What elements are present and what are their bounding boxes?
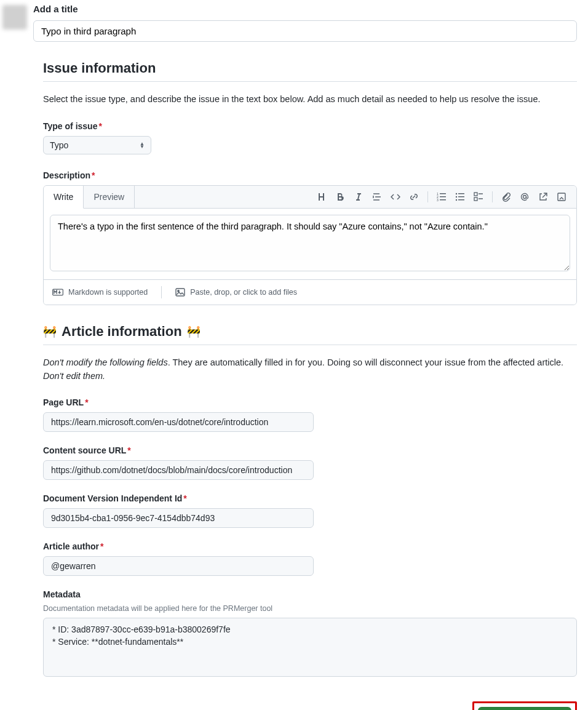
italic-icon[interactable]	[350, 188, 367, 205]
article-info-heading: 🚧 Article information 🚧	[43, 324, 577, 340]
svg-rect-11	[458, 193, 464, 194]
svg-rect-13	[458, 196, 464, 197]
markdown-icon	[52, 289, 63, 296]
metadata-textarea[interactable]: * ID: 3ad87897-30cc-e639-b91a-b3800269f7…	[43, 618, 577, 677]
metadata-hint: Documentation metadata will be applied h…	[43, 604, 577, 613]
metadata-line: * ID: 3ad87897-30cc-e639-b91a-b3800269f7…	[52, 624, 568, 634]
unordered-list-icon[interactable]	[451, 188, 469, 205]
image-icon	[175, 288, 185, 297]
svg-point-24	[178, 290, 179, 292]
description-editor: Write Preview 123	[43, 185, 577, 305]
type-of-issue-select[interactable]: Typo ▲▼	[43, 136, 151, 154]
svg-rect-21	[558, 193, 565, 201]
doc-id-label: Document Version Independent Id*	[43, 493, 577, 503]
submit-button[interactable]: Submit new issue	[478, 707, 571, 710]
tab-write[interactable]: Write	[44, 186, 84, 209]
description-textarea[interactable]	[50, 215, 570, 271]
svg-rect-15	[458, 199, 464, 201]
mention-icon[interactable]	[516, 188, 533, 205]
author-input[interactable]	[43, 556, 314, 576]
heading-icon[interactable]	[313, 188, 330, 205]
construction-icon: 🚧	[43, 325, 57, 338]
construction-icon: 🚧	[187, 325, 201, 338]
chevron-updown-icon: ▲▼	[140, 142, 145, 148]
svg-rect-16	[474, 193, 477, 196]
quote-icon[interactable]	[368, 188, 386, 205]
title-label: Add a title	[33, 4, 577, 14]
svg-point-20	[523, 195, 526, 198]
tab-preview[interactable]: Preview	[84, 186, 135, 208]
content-source-url-label: Content source URL*	[43, 445, 577, 455]
link-icon[interactable]	[405, 188, 423, 205]
svg-rect-5	[440, 193, 446, 194]
svg-text:3: 3	[437, 198, 439, 202]
svg-point-10	[456, 193, 457, 194]
issue-info-description: Select the issue type, and describe the …	[43, 93, 577, 106]
code-icon[interactable]	[387, 188, 404, 205]
page-url-input[interactable]	[43, 412, 314, 432]
saved-replies-icon[interactable]	[553, 188, 570, 205]
description-label: Description*	[43, 170, 577, 180]
content-source-url-input[interactable]	[43, 460, 314, 480]
page-url-label: Page URL*	[43, 397, 577, 407]
svg-point-14	[456, 199, 457, 201]
svg-rect-23	[176, 289, 185, 296]
avatar	[2, 5, 27, 30]
ordered-list-icon[interactable]: 123	[433, 188, 450, 205]
svg-rect-9	[440, 199, 446, 201]
author-label: Article author*	[43, 541, 577, 551]
svg-rect-7	[440, 196, 446, 197]
metadata-label: Metadata	[43, 589, 577, 599]
svg-rect-18	[474, 197, 477, 201]
issue-info-heading: Issue information	[43, 60, 577, 76]
svg-point-12	[456, 196, 457, 197]
cross-reference-icon[interactable]	[534, 188, 552, 205]
task-list-icon[interactable]	[470, 188, 487, 205]
metadata-line: * Service: **dotnet-fundamentals**	[52, 637, 568, 647]
bold-icon[interactable]	[332, 188, 349, 205]
attach-files-link[interactable]: Paste, drop, or click to add files	[175, 288, 297, 297]
doc-id-input[interactable]	[43, 508, 314, 528]
article-info-note: Don't modify the following fields. They …	[43, 356, 577, 383]
title-input[interactable]	[33, 20, 577, 42]
submit-highlight: Submit new issue	[472, 701, 577, 710]
type-of-issue-label: Type of issue*	[43, 121, 577, 131]
markdown-supported-link[interactable]: Markdown is supported	[52, 288, 148, 297]
attach-icon[interactable]	[498, 188, 515, 205]
